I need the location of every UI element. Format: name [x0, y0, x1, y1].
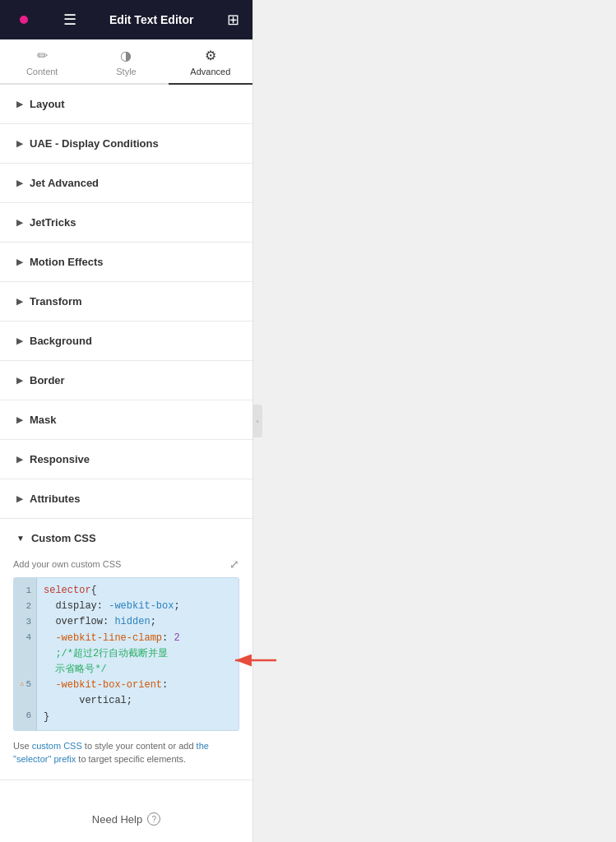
- panel-title: Edit Text Editor: [109, 13, 193, 26]
- accordion-uae: ▶ UAE - Display Conditions: [0, 124, 252, 164]
- accordion-jettricks-header[interactable]: ▶ JetTricks: [0, 203, 252, 242]
- custom-css-header[interactable]: ▼ Custom CSS: [0, 519, 252, 557]
- tab-style[interactable]: ◑ Style: [84, 39, 168, 85]
- custom-css-section: ▼ Custom CSS Add your own custom CSS ⤢ 1…: [0, 519, 252, 780]
- accordion-transform-header[interactable]: ▶ Transform: [0, 282, 252, 321]
- info-text: Use custom CSS to style your content or …: [13, 739, 239, 766]
- accordion-layout-header[interactable]: ▶ Layout: [0, 85, 252, 123]
- collapse-handle[interactable]: ‹: [252, 405, 262, 437]
- accordion-jet-advanced-header[interactable]: ▶ Jet Advanced: [0, 164, 252, 202]
- accordion-jet-advanced: ▶ Jet Advanced: [0, 164, 252, 203]
- need-help[interactable]: Need Help ?: [0, 793, 252, 842]
- advanced-tab-icon: ⚙: [205, 48, 216, 63]
- chevron-right-icon: ▶: [16, 494, 23, 503]
- chevron-down-icon: ▼: [16, 534, 25, 543]
- accordion-background-header[interactable]: ▶ Background: [0, 322, 252, 360]
- accordion-mask: ▶ Mask: [0, 400, 252, 440]
- accordion-jettricks: ▶ JetTricks: [0, 203, 252, 243]
- tab-content[interactable]: ✏ Content: [0, 39, 84, 85]
- grid-icon[interactable]: ⊞: [227, 11, 239, 29]
- chevron-right-icon: ▶: [16, 297, 23, 306]
- accordion-border: ▶ Border: [0, 361, 252, 400]
- chevron-right-icon: ▶: [16, 218, 23, 227]
- accordion-layout: ▶ Layout: [0, 85, 252, 124]
- hamburger-icon[interactable]: ☰: [63, 11, 76, 29]
- chevron-right-icon: ▶: [16, 415, 23, 424]
- content-tab-icon: ✏: [37, 48, 48, 63]
- custom-css-body: Add your own custom CSS ⤢ 1 2 3 4 ⚠: [0, 557, 252, 780]
- chevron-right-icon: ▶: [16, 257, 23, 266]
- accordion-motion-effects-header[interactable]: ▶ Motion Effects: [0, 243, 252, 281]
- accordion-border-header[interactable]: ▶ Border: [0, 361, 252, 400]
- code-editor-wrapper: 1 2 3 4 ⚠5 6 selector{ display: -webkit-…: [13, 577, 239, 731]
- code-editor[interactable]: 1 2 3 4 ⚠5 6 selector{ display: -webkit-…: [13, 577, 239, 731]
- expand-icon[interactable]: ⤢: [229, 557, 239, 571]
- accordion-uae-header[interactable]: ▶ UAE - Display Conditions: [0, 124, 252, 163]
- red-arrow: [231, 648, 280, 676]
- accordion-mask-header[interactable]: ▶ Mask: [0, 400, 252, 439]
- line-numbers: 1 2 3 4 ⚠5 6: [14, 578, 37, 730]
- accordion-motion-effects: ▶ Motion Effects: [0, 243, 252, 282]
- help-icon: ?: [147, 812, 160, 826]
- chevron-right-icon: ▶: [16, 376, 23, 385]
- chevron-right-icon: ▶: [16, 336, 23, 345]
- accordion-responsive-header[interactable]: ▶ Responsive: [0, 440, 252, 479]
- accordion-transform: ▶ Transform: [0, 282, 252, 322]
- custom-css-link[interactable]: custom CSS: [32, 741, 82, 751]
- tabs-container: ✏ Content ◑ Style ⚙ Advanced: [0, 39, 252, 85]
- chevron-right-icon: ▶: [16, 178, 23, 187]
- code-content: selector{ display: -webkit-box; overflow…: [37, 578, 239, 730]
- accordion-background: ▶ Background: [0, 322, 252, 361]
- accordion-attributes: ▶ Attributes: [0, 479, 252, 519]
- panel-header: ☰ Edit Text Editor ⊞: [0, 0, 252, 39]
- chevron-right-icon: ▶: [16, 99, 23, 109]
- style-tab-icon: ◑: [120, 48, 132, 63]
- chevron-right-icon: ▶: [16, 139, 23, 148]
- css-hint: Add your own custom CSS ⤢: [13, 557, 239, 571]
- accordion-responsive: ▶ Responsive: [0, 440, 252, 479]
- tab-advanced[interactable]: ⚙ Advanced: [169, 39, 252, 85]
- accordion-attributes-header[interactable]: ▶ Attributes: [0, 479, 252, 518]
- chevron-right-icon: ▶: [16, 455, 23, 464]
- status-dot: [20, 16, 28, 24]
